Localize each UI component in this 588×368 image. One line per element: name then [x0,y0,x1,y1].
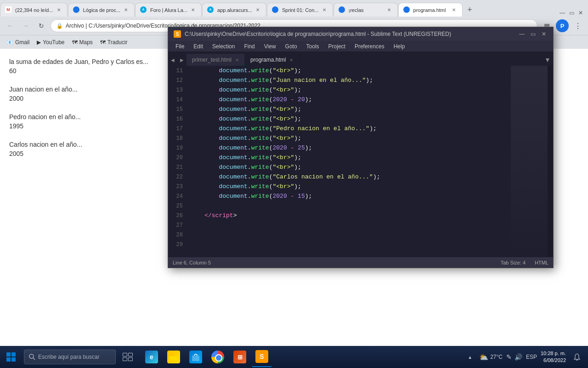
notification-button[interactable] [570,350,584,364]
taskbar-sublime-button[interactable]: S [252,347,272,367]
menu-item-preferences[interactable]: Preferences [350,42,389,51]
code-line[interactable] [190,230,511,240]
tab-close-foro[interactable]: ✕ [189,6,197,14]
code-token: document [219,66,247,75]
profile-button[interactable]: P [556,19,569,32]
browser-tab-programa[interactable]: programa.html ✕ [398,3,463,17]
menu-item-help[interactable]: Help [389,42,410,51]
bookmark-youtube-bm[interactable]: ▶YouTube [34,38,67,46]
sublime-tab-close-programa[interactable]: ✕ [289,58,293,63]
close-browser-button[interactable]: ✕ [577,9,584,17]
tab-overflow-button[interactable]: ▼ [542,54,553,66]
restore-button[interactable]: ▭ [568,9,575,17]
menu-item-view[interactable]: View [260,42,281,51]
taskbar-edge-button[interactable]: e [141,347,162,367]
code-line[interactable]: document.write("<br>"); [190,104,511,114]
code-line[interactable]: document.write(2020 - 15); [190,191,511,201]
taskbar-search[interactable]: Escribe aquí para buscar [24,350,116,364]
taskbar-files-button[interactable] [164,347,184,367]
code-token: > [233,211,237,220]
tab-size-indicator[interactable]: Tab Size: 4 [501,260,526,265]
code-line[interactable]: document.write("<br>"); [190,133,511,143]
start-button[interactable] [0,346,22,368]
code-line[interactable]: document.write("<br>"); [190,153,511,162]
code-line[interactable]: document.write("<br>"); [190,162,511,172]
tab-close-reglas[interactable]: ✕ [385,6,393,14]
code-line[interactable]: </script> [190,211,511,220]
language-indicator[interactable]: ESP [526,354,537,360]
taskbar-chrome-button[interactable] [208,347,228,367]
menu-item-goto[interactable]: Goto [281,42,302,51]
bookmark-maps-bm[interactable]: 🗺Maps [69,38,96,46]
code-line[interactable] [190,240,511,249]
minimap[interactable] [511,66,548,257]
code-line[interactable]: document.write(2020 - 20); [190,95,511,104]
code-line[interactable]: document.write("<br>"); [190,182,511,191]
network-icon[interactable]: ✎ [506,353,512,361]
tab-scroll-right[interactable]: ▶ [177,54,187,66]
tab-close-sprint[interactable]: ✕ [321,6,328,14]
menu-item-file[interactable]: File [171,42,189,51]
bookmark-gmail-bm[interactable]: 📧Gmail [4,38,32,46]
svg-rect-1 [11,352,16,356]
code-line[interactable] [190,201,511,211]
sublime-tab-close-primer_test[interactable]: ✕ [235,58,239,63]
browser-tab-reglas[interactable]: ¡reclas ✕ [334,3,398,17]
line-number: 29 [168,240,187,249]
bookmark-translate-bm[interactable]: 🗺Traducir [97,38,130,46]
menu-item-project[interactable]: Project [324,42,350,51]
tab-scroll-left[interactable]: ◀ [168,54,177,66]
sublime-tab-programa[interactable]: programa.html✕ [245,54,299,66]
new-tab-button[interactable]: + [463,3,477,17]
code-line[interactable]: document.write("<br>"); [190,85,511,95]
code-line[interactable]: document.write("Pedro nacion en el año..… [190,124,511,133]
sublime-close-button[interactable]: ✕ [540,30,548,38]
code-line[interactable]: document.write("Juan nacion en el año...… [190,75,511,85]
sublime-tab-primer_test[interactable]: primer_test.html✕ [187,54,245,66]
browser-menu-button[interactable]: ⋮ [571,19,584,32]
code-token: write [251,85,269,95]
code-token: document [219,191,247,201]
sublime-minimize-button[interactable]: — [518,30,526,38]
back-button[interactable]: ← [4,19,17,32]
code-line[interactable]: document.write("Carlos nacion en el año.… [190,172,511,182]
clock-widget[interactable]: 10:28 p. m. 6/08/2022 [541,350,566,364]
tab-close-logica[interactable]: ✕ [122,6,130,14]
code-line[interactable]: document.write("<br>"); [190,114,511,124]
code-line[interactable]: document.write(2020 - 25); [190,143,511,153]
tab-close-app[interactable]: ✕ [254,6,261,14]
menu-item-find[interactable]: Find [239,42,259,51]
sublime-restore-button[interactable]: ▭ [529,30,537,38]
browser-tab-foro[interactable]: A Foro | Alura La... ✕ [135,3,202,17]
tab-favicon-sprint [272,6,279,14]
tab-close-gmail[interactable]: ✕ [55,6,62,14]
code-area[interactable]: document.write("<br>"); document.write("… [187,66,511,257]
taskbar-store-button[interactable] [186,347,206,367]
refresh-button[interactable]: ↻ [35,19,48,32]
preview-line [9,132,158,139]
code-line[interactable]: document.write("<br>"); [190,66,511,75]
bookmark-favicon-youtube-bm: ▶ [37,39,41,46]
forward-button[interactable]: → [19,19,32,32]
browser-tab-app[interactable]: A app.aluracurs... ✕ [202,3,266,17]
browser-tab-sprint[interactable]: Sprint 01: Con... ✕ [267,3,333,17]
bookmark-label-youtube-bm: YouTube [43,39,64,46]
taskbar-office-button[interactable]: ⊞ [230,347,250,367]
code-token: "<br>" [272,182,294,191]
code-line[interactable] [190,220,511,230]
browser-tab-logica[interactable]: Lógica de proc... ✕ [68,3,135,17]
line-column-indicator[interactable]: Line 6, Column 5 [173,260,211,265]
task-view-button[interactable] [118,347,138,367]
tab-close-programa[interactable]: ✕ [450,6,458,14]
weather-widget[interactable]: ⛅ 27°C [479,353,503,362]
menu-item-tools[interactable]: Tools [302,42,324,51]
menu-item-edit[interactable]: Edit [189,42,208,51]
volume-icon[interactable]: 🔊 [514,353,522,361]
tray-overflow-button[interactable]: ▲ [464,351,475,362]
browser-tab-gmail[interactable]: M (22,394 no leíd... ✕ [0,3,68,17]
svg-point-4 [29,354,34,358]
scrollbar[interactable] [548,66,553,257]
menu-item-selection[interactable]: Selection [208,42,239,51]
minimize-button[interactable]: — [559,9,566,17]
syntax-indicator[interactable]: HTML [535,260,548,265]
